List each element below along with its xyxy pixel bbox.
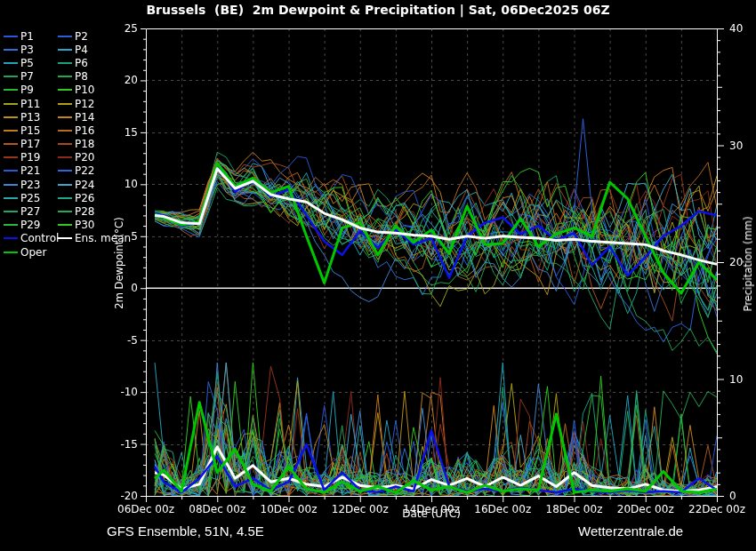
legend-label: P22 <box>75 164 95 177</box>
legend-item-p27: P27 <box>4 204 56 218</box>
legend-label: P11 <box>20 98 41 110</box>
legend-item-p25: P25 <box>4 191 56 204</box>
legend-item-p17: P17 <box>4 138 56 151</box>
legend-line-swatch <box>58 143 72 145</box>
legend-line-swatch <box>4 89 18 91</box>
legend-label: P16 <box>75 124 95 137</box>
legend-label: P3 <box>20 44 34 56</box>
legend-line-swatch <box>4 197 18 199</box>
legend-line-swatch <box>58 170 72 172</box>
legend-item-p26: P26 <box>58 191 131 204</box>
legend-label: P29 <box>20 219 41 231</box>
legend-label: P20 <box>75 151 95 164</box>
legend-label: P2 <box>75 30 88 43</box>
legend-label: P7 <box>20 70 34 83</box>
legend-line-swatch <box>58 76 72 77</box>
legend-label: P30 <box>75 219 95 231</box>
legend-label: P21 <box>20 164 41 177</box>
legend-label: P8 <box>75 70 88 83</box>
legend-item-p7: P7 <box>4 70 56 84</box>
legend-line-swatch <box>4 62 18 64</box>
legend-line-swatch <box>4 237 18 239</box>
legend-line-swatch <box>58 237 72 239</box>
legend-item-p29: P29 <box>4 219 56 232</box>
page-root: Brussels (BE) 2m Dewpoint & Precipitatio… <box>0 0 756 551</box>
legend-label: P10 <box>75 84 95 96</box>
legend-line-swatch <box>58 130 72 132</box>
legend-item-p18: P18 <box>58 138 131 151</box>
legend-label: P24 <box>75 179 95 191</box>
legend: P1P2P3P4P5P6P7P8P9P10P11P12P13P14P15P16P… <box>4 29 131 259</box>
legend-line-swatch <box>4 103 18 105</box>
legend-label: P28 <box>75 205 95 218</box>
legend-line-swatch <box>58 49 72 51</box>
legend-line-swatch <box>4 184 18 186</box>
legend-label: P14 <box>75 111 95 124</box>
legend-item-p10: P10 <box>58 84 131 97</box>
legend-label: P5 <box>20 57 34 69</box>
legend-line-swatch <box>4 252 18 253</box>
legend-line-swatch <box>4 170 18 172</box>
legend-item-p21: P21 <box>4 164 56 178</box>
site-credit-text: Wetterzentrale.de <box>578 523 683 539</box>
chart-title: Brussels (BE) 2m Dewpoint & Precipitatio… <box>0 3 756 17</box>
legend-item-p19: P19 <box>4 151 56 164</box>
legend-item-p20: P20 <box>58 151 131 164</box>
date-axis-label: Date (UTC) <box>402 507 461 520</box>
legend-line-swatch <box>58 103 72 105</box>
legend-item-p6: P6 <box>58 56 131 69</box>
legend-label: P15 <box>20 124 41 137</box>
legend-label: P12 <box>75 98 95 110</box>
legend-label: P9 <box>20 84 34 96</box>
legend-line-swatch <box>4 130 18 132</box>
legend-label: P4 <box>75 44 88 56</box>
legend-line-swatch <box>58 197 72 199</box>
legend-line-swatch <box>4 224 18 226</box>
model-info-text: GFS Ensemble, 51N, 4.5E <box>107 523 264 539</box>
legend-item-p15: P15 <box>4 124 56 137</box>
legend-item-control: Control <box>4 232 56 245</box>
legend-item-p3: P3 <box>4 43 56 56</box>
legend-line-swatch <box>58 184 72 186</box>
legend-label: P23 <box>20 179 41 191</box>
legend-line-swatch <box>4 156 18 158</box>
legend-label: Oper <box>20 246 46 259</box>
legend-label: P6 <box>75 57 88 69</box>
legend-item-p8: P8 <box>58 70 131 84</box>
legend-line-swatch <box>4 76 18 77</box>
legend-label: P1 <box>20 30 34 43</box>
legend-label: Control <box>20 232 59 244</box>
legend-label: P19 <box>20 151 41 164</box>
legend-line-swatch <box>58 211 72 212</box>
legend-item-p12: P12 <box>58 97 131 110</box>
legend-line-swatch <box>58 116 72 118</box>
legend-line-swatch <box>58 62 72 64</box>
legend-label: P26 <box>75 192 95 204</box>
legend-item-p11: P11 <box>4 97 56 110</box>
legend-line-swatch <box>58 224 72 226</box>
legend-item-p28: P28 <box>58 204 131 218</box>
legend-item-p1: P1 <box>4 29 56 43</box>
legend-line-swatch <box>4 143 18 145</box>
legend-item-p24: P24 <box>58 178 131 191</box>
legend-label: P13 <box>20 111 41 124</box>
legend-line-swatch <box>58 89 72 91</box>
legend-line-swatch <box>58 156 72 158</box>
legend-label: P17 <box>20 138 41 150</box>
legend-item-oper: Oper <box>4 245 56 259</box>
dewpoint-axis-label: 2m Dewpoint (°C) <box>113 217 125 308</box>
legend-label: P18 <box>75 138 95 150</box>
legend-line-swatch <box>58 36 72 37</box>
legend-item-p5: P5 <box>4 56 56 69</box>
legend-item-p9: P9 <box>4 84 56 97</box>
legend-item-p13: P13 <box>4 110 56 124</box>
legend-item-p14: P14 <box>58 110 131 124</box>
legend-item-p23: P23 <box>4 178 56 191</box>
legend-item-p16: P16 <box>58 124 131 137</box>
legend-line-swatch <box>4 116 18 118</box>
legend-line-swatch <box>4 211 18 212</box>
legend-item-p22: P22 <box>58 164 131 178</box>
legend-line-swatch <box>4 49 18 51</box>
legend-item-p4: P4 <box>58 43 131 56</box>
legend-item-p2: P2 <box>58 29 131 43</box>
